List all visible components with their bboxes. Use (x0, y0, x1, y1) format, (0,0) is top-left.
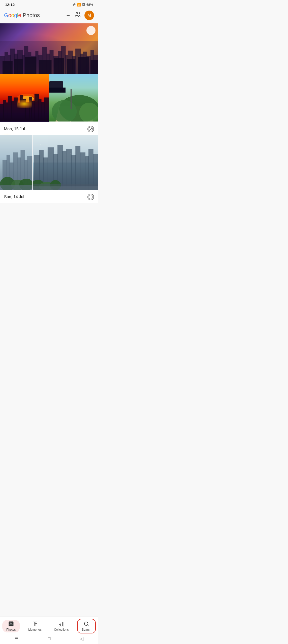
svg-rect-30 (14, 59, 23, 74)
svg-rect-58 (49, 88, 66, 93)
svg-rect-36 (90, 60, 98, 74)
svg-rect-33 (54, 58, 64, 74)
status-bar: 12:12 ☍ 📶 ☲ 68% (0, 0, 98, 8)
svg-rect-32 (39, 60, 52, 74)
svg-rect-29 (3, 61, 13, 74)
svg-rect-55 (44, 98, 49, 122)
svg-point-86 (93, 140, 93, 140)
date-section-jul14: Sun, 14 Jul (0, 190, 98, 203)
svg-rect-52 (34, 94, 39, 121)
more-dots-icon: ⋮ (89, 28, 93, 33)
header: Google Photos + M (0, 8, 98, 23)
svg-rect-63 (71, 89, 72, 109)
svg-point-110 (89, 195, 93, 199)
photo-row-2 (0, 135, 98, 190)
logo: Google Photos (4, 12, 40, 19)
svg-point-82 (53, 141, 53, 141)
svg-point-84 (73, 143, 73, 144)
share-people-icon[interactable] (73, 10, 82, 20)
svg-point-85 (83, 150, 83, 150)
status-icons: ☍ 📶 ☲ 68% (72, 3, 93, 7)
date-label-jul14: Sun, 14 Jul (4, 195, 24, 199)
svg-rect-34 (67, 59, 75, 74)
date-select-circle-jul15[interactable] (87, 126, 94, 132)
photo-row-1 (0, 74, 98, 122)
add-button[interactable]: + (65, 11, 71, 20)
svg-point-87 (45, 155, 46, 155)
svg-rect-78 (0, 185, 32, 190)
photo-grid: ⋮ (0, 23, 98, 203)
photo-misty-right[interactable] (33, 135, 98, 190)
more-menu-button[interactable]: ⋮ (86, 26, 95, 35)
svg-rect-47 (20, 95, 23, 121)
logo-photos: Photos (23, 12, 40, 19)
svg-point-0 (76, 12, 78, 14)
svg-rect-54 (41, 102, 44, 121)
status-time: 12:12 (5, 3, 15, 7)
photo-sunset[interactable] (0, 74, 49, 122)
wifi-icon: 📶 (77, 3, 81, 7)
svg-rect-43 (8, 96, 12, 121)
signal-icon: ☲ (82, 3, 85, 7)
date-label-jul15: Mon, 15 Jul (4, 127, 25, 131)
bluetooth-icon: ☍ (72, 3, 76, 7)
logo-google: Google (4, 12, 21, 19)
battery-status: 68% (86, 3, 93, 7)
photo-street-greenery[interactable] (49, 74, 98, 122)
svg-rect-40 (0, 104, 4, 121)
svg-rect-108 (33, 186, 98, 190)
svg-point-81 (40, 145, 41, 145)
photo-aerial-dusk[interactable]: ⋮ (0, 23, 98, 74)
svg-rect-35 (78, 57, 89, 74)
date-section-jul15: Mon, 15 Jul (0, 122, 98, 135)
svg-rect-100 (75, 146, 80, 190)
svg-point-64 (89, 127, 93, 131)
svg-rect-31 (25, 57, 36, 74)
svg-rect-109 (33, 184, 98, 186)
date-select-circle-jul14[interactable] (87, 194, 94, 200)
avatar[interactable]: M (84, 11, 94, 20)
header-actions: + M (65, 10, 94, 20)
photo-misty-left[interactable] (0, 135, 32, 190)
